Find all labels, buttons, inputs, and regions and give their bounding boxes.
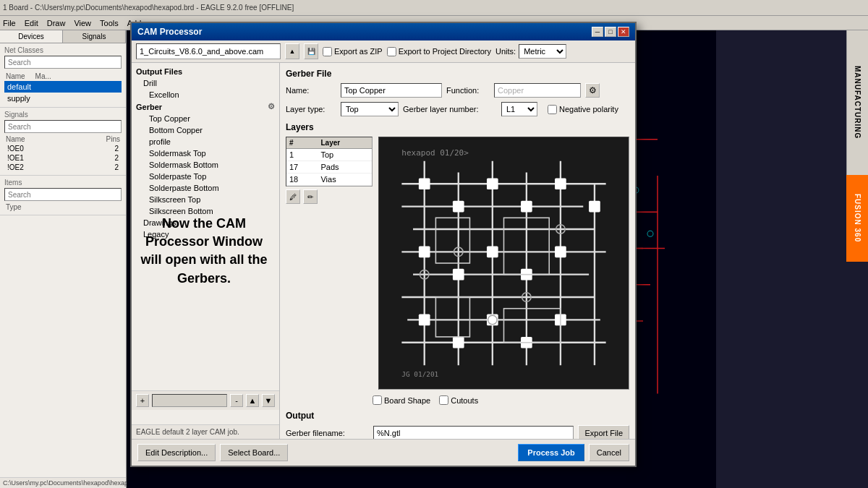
tree-drill[interactable]: Drill	[132, 77, 279, 89]
output-title: Output	[286, 411, 629, 421]
cam-description-text: EAGLE default 2 layer CAM job.	[136, 428, 239, 436]
layer-row-vias[interactable]: 18 Vias	[286, 174, 372, 186]
gerber-section: Gerber ⚙	[132, 100, 279, 113]
export-zip-group: Export as ZIP	[323, 47, 383, 56]
tree-drawings[interactable]: Drawings	[132, 217, 279, 228]
gerber-layer-select[interactable]: L1 L2	[501, 102, 537, 116]
layers-table: # Layer 1 Top 17	[286, 137, 373, 187]
gerber-gear-icon[interactable]: ⚙	[268, 102, 275, 111]
net-classes-list: Name Ma... default supply	[4, 72, 122, 104]
process-job-button[interactable]: Process Job	[518, 444, 584, 461]
add-item-button[interactable]: +	[136, 394, 149, 407]
cam-right-actions: Process Job Cancel	[518, 444, 629, 461]
function-gear-button[interactable]: ⚙	[585, 83, 600, 98]
output-files-label: Output Files	[136, 67, 182, 76]
negative-polarity-checkbox[interactable]	[548, 105, 557, 114]
cam-file-up-btn[interactable]: ▲	[285, 43, 299, 59]
net-class-default[interactable]: default	[4, 81, 122, 93]
export-zip-checkbox[interactable]	[323, 47, 332, 56]
signal-oe0[interactable]: !OE02	[4, 144, 122, 153]
manufacturing-label: MANUFACTURING	[854, 66, 861, 139]
signals-search[interactable]	[4, 120, 122, 133]
layer-type-select[interactable]: Top Bottom Inner	[341, 102, 399, 116]
manufacturing-panel[interactable]: MANUFACTURING	[846, 30, 868, 175]
layers-table-wrapper: # Layer 1 Top 17	[286, 137, 373, 390]
layer-num-1: 1	[286, 149, 318, 161]
select-board-button[interactable]: Select Board...	[220, 444, 288, 461]
eagle-left-panel: Devices Signals Net Classes Name Ma... d…	[0, 30, 127, 488]
tree-bottom-copper[interactable]: Bottom Copper	[132, 124, 279, 136]
cutouts-group: Cutouts	[439, 395, 478, 405]
board-shape-checkbox[interactable]	[373, 395, 382, 405]
tree-profile[interactable]: profile	[132, 136, 279, 147]
signals-section: Signals NamePins !OE02 !OE12 !OE22	[0, 108, 126, 176]
eagle-file-path: C:\Users\my.pc\Documents\hexapod\hexapod…	[3, 479, 146, 487]
cam-file-input[interactable]	[136, 43, 281, 59]
maximize-button[interactable]: □	[605, 27, 616, 37]
board-options: Board Shape Cutouts	[373, 395, 629, 405]
layer-name-pads: Pads	[318, 161, 372, 174]
layer-type-row: Layer type: Top Bottom Inner Gerber laye…	[286, 102, 629, 116]
signal-oe2[interactable]: !OE22	[4, 163, 122, 172]
items-label: Items	[4, 179, 122, 187]
layer-row-pads[interactable]: 17 Pads	[286, 161, 372, 174]
menu-file[interactable]: File	[3, 19, 16, 27]
tree-soldermask-bottom[interactable]: Soldermask Bottom	[132, 159, 279, 171]
move-down-button[interactable]: ▼	[262, 394, 275, 407]
fusion-panel[interactable]: FUSION 360	[846, 175, 868, 262]
layer-row-top[interactable]: 1 Top	[286, 149, 372, 161]
svg-rect-24	[419, 178, 430, 189]
name-input[interactable]	[341, 83, 442, 98]
signal-oe1[interactable]: !OE12	[4, 153, 122, 163]
tree-top-copper[interactable]: Top Copper	[132, 113, 279, 124]
gerber-preview-svg: hexapod 01/20> JG 01/201	[379, 137, 629, 389]
menu-draw[interactable]: Draw	[47, 19, 66, 27]
units-select[interactable]: Metric Imperial	[519, 44, 566, 59]
svg-rect-31	[453, 269, 464, 281]
close-button[interactable]: ✕	[618, 27, 629, 37]
remove-item-button[interactable]: -	[230, 394, 243, 407]
layers-add-btn[interactable]: 🖉	[286, 189, 300, 204]
cam-window-buttons: ─ □ ✕	[592, 27, 629, 37]
menu-tools[interactable]: Tools	[100, 19, 119, 27]
tree-soldermask-top[interactable]: Soldermask Top	[132, 147, 279, 159]
eagle-title: 1 Board - C:\Users\my.pc\Documents\hexap…	[3, 4, 294, 12]
export-file-button[interactable]: Export File	[578, 425, 629, 439]
function-input[interactable]	[494, 83, 581, 98]
net-class-supply[interactable]: supply	[4, 93, 122, 104]
negative-polarity-label: Negative polarity	[559, 105, 618, 114]
svg-text:hexapod 01/20>: hexapod 01/20>	[401, 148, 469, 158]
tree-solderpaste-top[interactable]: Solderpaste Top	[132, 171, 279, 182]
edit-description-button[interactable]: Edit Description...	[137, 444, 216, 461]
cancel-button[interactable]: Cancel	[589, 444, 629, 461]
items-search[interactable]	[4, 188, 122, 201]
board-shape-label: Board Shape	[384, 396, 430, 405]
name-row: Name: Function: ⚙	[286, 83, 629, 98]
move-up-button[interactable]: ▲	[246, 394, 259, 407]
eagle-path-bar: C:\Users\my.pc\Documents\hexapod\hexapod…	[0, 477, 126, 488]
tree-silkscreen-top[interactable]: Silkscreen Top	[132, 194, 279, 205]
cutouts-checkbox[interactable]	[439, 395, 448, 405]
tree-excellon[interactable]: Excellon	[132, 89, 279, 100]
cam-dialog-title: CAM Processor	[137, 27, 202, 37]
tree-silkscreen-bottom[interactable]: Silkscreen Bottom	[132, 205, 279, 217]
net-classes-search[interactable]	[4, 56, 122, 69]
svg-rect-29	[589, 201, 600, 213]
export-project-checkbox[interactable]	[387, 47, 396, 56]
cam-main-content: Output Files Drill Excellon Gerber ⚙ Top…	[132, 63, 635, 439]
tree-solderpaste-bottom[interactable]: Solderpaste Bottom	[132, 182, 279, 194]
tree-legacy[interactable]: Legacy	[132, 228, 279, 240]
svg-rect-36	[453, 337, 464, 348]
units-label: Units:	[495, 47, 516, 56]
menu-view[interactable]: View	[74, 19, 91, 27]
minimize-button[interactable]: ─	[592, 27, 603, 37]
svg-rect-32	[487, 246, 498, 257]
gerber-filename-input[interactable]	[373, 426, 574, 439]
layers-pencil-btn[interactable]: ✏	[303, 189, 318, 204]
cam-file-save-btn[interactable]: 💾	[304, 43, 318, 59]
signals-label: Signals	[4, 111, 122, 119]
layers-section: # Layer 1 Top 17	[286, 137, 629, 390]
tab-signals[interactable]: Signals	[63, 30, 126, 43]
tab-devices[interactable]: Devices	[0, 30, 63, 43]
menu-edit[interactable]: Edit	[25, 19, 38, 27]
